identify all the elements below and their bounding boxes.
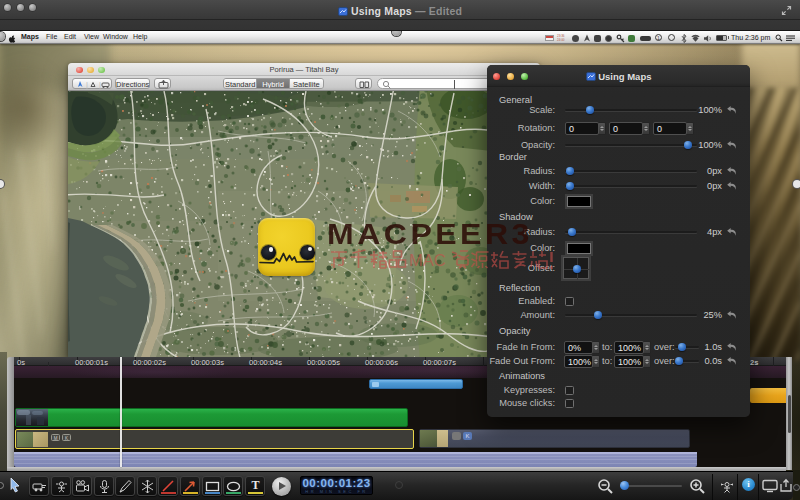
svg-text:MAC: MAC (409, 251, 446, 269)
